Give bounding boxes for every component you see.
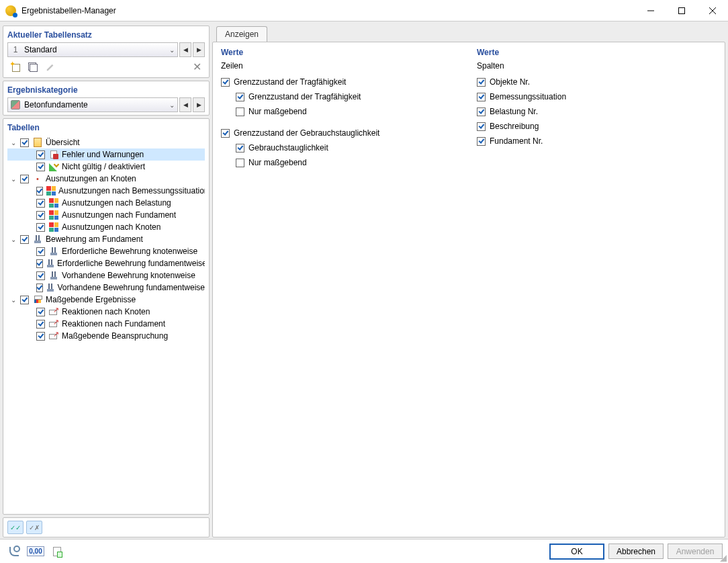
expander-icon[interactable]: ⌄ <box>9 236 18 243</box>
pencil-icon <box>46 62 55 72</box>
tree-checkbox[interactable] <box>36 308 45 316</box>
tree-checkbox[interactable] <box>36 163 45 171</box>
checkbox[interactable] <box>236 107 244 116</box>
tree-item[interactable]: Erforderliche Bewehrung knotenweise <box>7 245 205 257</box>
number-format-icon: 0,00 <box>27 546 44 556</box>
tree-checkbox[interactable] <box>20 235 29 244</box>
tree-checkbox[interactable] <box>36 211 45 220</box>
tree-item[interactable]: Erforderliche Bewehrung fundamentweise <box>7 257 205 269</box>
tree-item[interactable]: Ausnutzungen nach Bemessungssituation <box>7 185 205 197</box>
checkbox[interactable] <box>477 122 486 131</box>
column-option-label: Objekte Nr. <box>490 77 530 87</box>
new-icon <box>11 62 20 72</box>
row-group-checkbox[interactable]: Grenzzustand der Gebrauchstauglichkeit <box>221 126 461 140</box>
checkbox[interactable] <box>221 129 230 138</box>
checkbox[interactable] <box>236 144 244 153</box>
apply-button[interactable]: Anwenden <box>668 544 723 559</box>
row-option-label: Gebrauchstauglichkeit <box>248 143 328 153</box>
category-next-button[interactable]: ▶ <box>193 97 205 112</box>
tree-item[interactable]: Reaktionen nach Fundament <box>7 318 205 330</box>
tree-group-label: Maßgebende Ergebnisse <box>44 295 136 304</box>
tree-checkbox[interactable] <box>36 332 45 341</box>
row-option-checkbox[interactable]: Grenzzustand der Tragfähigkeit <box>221 89 461 104</box>
tree-checkbox[interactable] <box>36 187 43 196</box>
category-prev-button[interactable]: ◀ <box>179 97 191 112</box>
tree-checkbox[interactable] <box>20 138 29 147</box>
tree-checkbox[interactable] <box>36 271 45 280</box>
tree-item[interactable]: Ausnutzungen nach Knoten <box>7 221 205 233</box>
chevron-down-icon: ⌄ <box>169 46 175 54</box>
column-option-checkbox[interactable]: Fundament Nr. <box>477 134 717 148</box>
cancel-button[interactable]: Abbrechen <box>608 544 664 559</box>
tree-item[interactable]: Nicht gültig / deaktiviert <box>7 161 205 173</box>
tree-group[interactable]: ⌄Bewehrung am Fundament <box>7 233 205 245</box>
edit-tableset-button[interactable] <box>42 60 58 75</box>
svg-rect-1 <box>679 7 685 13</box>
tree-checkbox[interactable] <box>36 320 45 329</box>
tree-checkbox[interactable] <box>36 247 45 256</box>
tab-anzeigen[interactable]: Anzeigen <box>216 26 267 42</box>
category-icon <box>11 100 20 110</box>
close-button[interactable] <box>697 0 728 21</box>
ok-button[interactable]: OK <box>549 544 604 560</box>
tree-item[interactable]: Ausnutzungen nach Belastung <box>7 197 205 209</box>
tables-tree[interactable]: ⌄ÜbersichtFehler und WarnungenNicht gült… <box>7 135 205 511</box>
tree-item[interactable]: Maßgebende Beanspruchung <box>7 330 205 342</box>
tableset-prev-button[interactable]: ◀ <box>179 42 191 57</box>
category-combo[interactable]: Betonfundamente ⌄ <box>7 97 178 112</box>
tableset-combo[interactable]: 1 Standard ⌄ <box>7 42 178 57</box>
checkbox[interactable] <box>477 137 486 146</box>
delete-tableset-button[interactable]: ✕ <box>189 60 205 75</box>
checkbox[interactable] <box>477 93 486 101</box>
uncheck-all-button[interactable]: ✓✗ <box>26 521 42 534</box>
expander-icon[interactable]: ⌄ <box>9 175 18 183</box>
tree-item[interactable]: Vorhandene Bewehrung fundamentweise <box>7 282 205 294</box>
tree-checkbox[interactable] <box>20 175 29 183</box>
checkbox[interactable] <box>221 78 230 87</box>
tree-group[interactable]: ⌄Ausnutzungen an Knoten <box>7 173 205 185</box>
clipboard-button[interactable] <box>48 543 66 560</box>
row-option-checkbox[interactable]: Gebrauchstauglichkeit <box>221 140 461 155</box>
precision-button[interactable]: 0,00 <box>27 543 44 560</box>
tree-item[interactable]: Fehler und Warnungen <box>7 148 205 161</box>
tree-checkbox[interactable] <box>36 199 45 208</box>
tree-item-label: Fehler und Warnungen <box>60 150 144 159</box>
tree-checkbox[interactable] <box>36 284 43 292</box>
tree-item[interactable]: Ausnutzungen nach Fundament <box>7 209 205 221</box>
row-option-checkbox[interactable]: Nur maßgebend <box>221 104 461 119</box>
tableset-next-button[interactable]: ▶ <box>193 42 205 57</box>
column-option-label: Belastung Nr. <box>490 107 538 116</box>
tree-group[interactable]: ⌄Maßgebende Ergebnisse <box>7 294 205 306</box>
tree-group[interactable]: ⌄Übersicht <box>7 136 205 148</box>
titlebar: Ergebnistabellen-Manager <box>0 0 728 21</box>
tree-checkbox[interactable] <box>36 223 45 232</box>
tree-item-label: Vorhandene Bewehrung knotenweise <box>60 271 195 280</box>
column-option-checkbox[interactable]: Bemessungssituation <box>477 89 717 104</box>
checkbox[interactable] <box>477 78 486 87</box>
tableset-section: Aktueller Tabellensatz 1 Standard ⌄ ◀ ▶ … <box>3 26 210 78</box>
checkbox[interactable] <box>236 159 244 167</box>
row-option-checkbox[interactable]: Nur maßgebend <box>221 155 461 170</box>
minimize-button[interactable] <box>635 0 666 21</box>
tree-item[interactable]: Reaktionen nach Knoten <box>7 306 205 318</box>
column-option-checkbox[interactable]: Objekte Nr. <box>477 75 717 89</box>
tree-checkbox[interactable] <box>36 150 45 159</box>
row-group-checkbox[interactable]: Grenzzustand der Tragfähigkeit <box>221 75 461 89</box>
column-option-checkbox[interactable]: Beschreibung <box>477 119 717 134</box>
column-option-checkbox[interactable]: Belastung Nr. <box>477 104 717 119</box>
new-tableset-button[interactable] <box>7 60 24 75</box>
display-panel: Werte Zeilen Grenzzustand der Tragfähigk… <box>212 42 725 537</box>
units-button[interactable] <box>5 543 23 560</box>
checkbox[interactable] <box>236 93 244 101</box>
checkbox[interactable] <box>477 107 486 116</box>
check-all-button[interactable]: ✓✓ <box>7 521 24 534</box>
tree-group-icon <box>32 234 43 245</box>
expander-icon[interactable]: ⌄ <box>9 139 18 146</box>
tree-checkbox[interactable] <box>36 259 43 268</box>
tree-checkbox[interactable] <box>20 296 29 304</box>
maximize-button[interactable] <box>666 0 697 21</box>
duplicate-tableset-button[interactable] <box>25 60 41 75</box>
resize-grip[interactable] <box>719 554 727 562</box>
expander-icon[interactable]: ⌄ <box>9 296 18 304</box>
tree-item[interactable]: Vorhandene Bewehrung knotenweise <box>7 269 205 282</box>
